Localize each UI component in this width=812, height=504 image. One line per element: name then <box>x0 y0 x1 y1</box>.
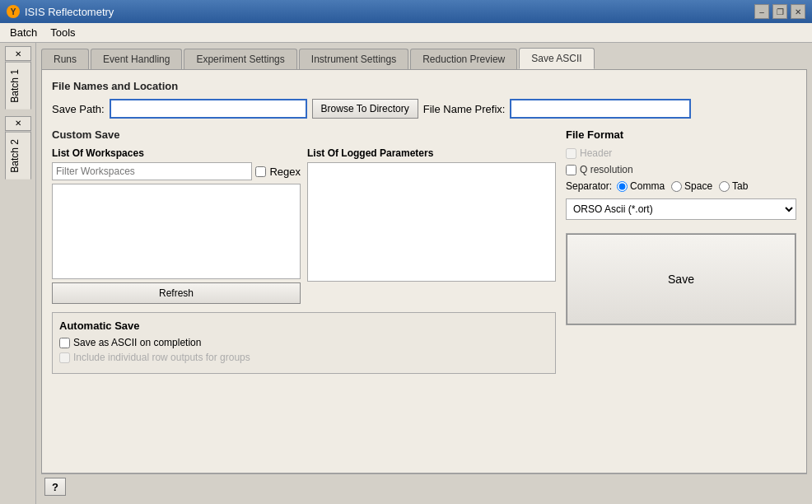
radio-space-label: Space <box>684 180 712 192</box>
save-as-ascii-label[interactable]: Save as ASCII on completion <box>59 337 548 348</box>
file-format-section: File Format Header Q resolution Separato… <box>566 128 796 374</box>
browse-directory-button[interactable]: Browse To Directory <box>312 99 418 119</box>
restore-button[interactable]: ❐ <box>772 4 787 19</box>
batch2-tab[interactable]: Batch 2 <box>5 132 31 180</box>
bottom-bar: ? <box>41 474 807 499</box>
radio-tab-input[interactable] <box>719 181 730 192</box>
radio-space[interactable]: Space <box>671 180 712 192</box>
refresh-button[interactable]: Refresh <box>52 282 301 304</box>
header-label: Header <box>580 147 612 159</box>
menu-tools[interactable]: Tools <box>44 25 82 40</box>
separator-label: Separator: <box>566 180 612 192</box>
header-checkbox <box>566 148 576 159</box>
menu-batch[interactable]: Batch <box>3 25 44 40</box>
app-icon: Y <box>7 5 20 18</box>
window-controls: – ❐ ✕ <box>754 4 805 19</box>
q-resolution-option: Q resolution <box>566 164 796 175</box>
save-as-ascii-text: Save as ASCII on completion <box>73 337 201 348</box>
save-path-label: Save Path: <box>52 103 105 115</box>
save-path-input[interactable] <box>110 99 307 119</box>
main-layout: ✕ Batch 1 ✕ Batch 2 Runs Event Handling … <box>0 43 812 504</box>
save-button[interactable]: Save <box>567 234 796 324</box>
close-button[interactable]: ✕ <box>791 4 805 19</box>
file-format-title: File Format <box>566 128 796 141</box>
separator-row: Separator: Comma Space <box>566 180 796 192</box>
tab-instrument-settings[interactable]: Instrument Settings <box>299 49 408 69</box>
custom-save-section: Custom Save List Of Workspaces Regex Ref <box>52 128 556 374</box>
tab-bar: Runs Event Handling Experiment Settings … <box>41 48 807 69</box>
include-individual-checkbox[interactable] <box>59 352 70 363</box>
tab-runs[interactable]: Runs <box>41 49 89 69</box>
file-names-row: Save Path: Browse To Directory File Name… <box>52 99 796 119</box>
file-prefix-label: File Name Prefix: <box>423 103 506 115</box>
filter-row: Regex <box>52 162 301 180</box>
filter-workspaces-input[interactable] <box>52 162 252 180</box>
tab-experiment-settings[interactable]: Experiment Settings <box>184 49 296 69</box>
params-col-title: List Of Logged Parameters <box>307 147 556 159</box>
automatic-save-section: Automatic Save Save as ASCII on completi… <box>52 312 556 374</box>
save-as-ascii-checkbox[interactable] <box>59 338 70 348</box>
content-area: Runs Event Handling Experiment Settings … <box>36 43 812 504</box>
file-names-section: File Names and Location Save Path: Brows… <box>52 80 796 119</box>
params-col: List Of Logged Parameters <box>307 147 556 304</box>
save-area: Save <box>566 233 796 325</box>
radio-space-input[interactable] <box>671 181 682 192</box>
format-select[interactable]: ORSO Ascii (*.ort) Custom Format (*.dat)… <box>566 198 796 220</box>
title-bar-left: Y ISIS Reflectometry <box>7 5 114 18</box>
workspaces-col-title: List Of Workspaces <box>52 147 301 159</box>
q-resolution-label: Q resolution <box>580 164 633 175</box>
batch1-tab[interactable]: Batch 1 <box>5 62 31 110</box>
main-panel: File Names and Location Save Path: Brows… <box>41 69 807 474</box>
tab-save-ascii[interactable]: Save ASCII <box>519 48 594 69</box>
batch-sidebar: ✕ Batch 1 ✕ Batch 2 <box>0 43 36 504</box>
include-individual-label: Include individual row outputs for group… <box>59 352 548 363</box>
custom-save-title: Custom Save <box>52 128 556 141</box>
workspaces-col: List Of Workspaces Regex Refresh <box>52 147 301 304</box>
q-resolution-checkbox[interactable] <box>566 165 576 175</box>
file-prefix-input[interactable] <box>510 99 691 119</box>
help-button[interactable]: ? <box>44 478 66 496</box>
radio-tab[interactable]: Tab <box>719 180 748 192</box>
regex-label: Regex <box>269 166 301 178</box>
batch2-close-button[interactable]: ✕ <box>5 116 31 131</box>
file-names-title: File Names and Location <box>52 80 796 92</box>
automatic-save-title: Automatic Save <box>59 320 548 332</box>
separator-radio-group: Comma Space Tab <box>617 180 748 192</box>
regex-checkbox[interactable] <box>255 166 266 177</box>
logged-params-list[interactable] <box>307 162 556 282</box>
header-option: Header <box>566 147 796 159</box>
tab-event-handling[interactable]: Event Handling <box>91 49 182 69</box>
menu-bar: Batch Tools <box>0 23 812 43</box>
workspaces-list[interactable] <box>52 184 301 279</box>
tab-reduction-preview[interactable]: Reduction Preview <box>410 49 517 69</box>
title-bar: Y ISIS Reflectometry – ❐ ✕ <box>0 0 812 23</box>
radio-comma[interactable]: Comma <box>617 180 665 192</box>
radio-comma-label: Comma <box>630 180 665 192</box>
batch1-close-button[interactable]: ✕ <box>5 46 31 61</box>
window-title: ISIS Reflectometry <box>25 6 114 18</box>
workspaces-params: List Of Workspaces Regex Refresh List <box>52 147 556 304</box>
minimize-button[interactable]: – <box>754 4 769 19</box>
radio-tab-label: Tab <box>732 180 748 192</box>
radio-comma-input[interactable] <box>617 181 628 192</box>
two-col-layout: Custom Save List Of Workspaces Regex Ref <box>52 128 796 374</box>
include-individual-text: Include individual row outputs for group… <box>73 352 250 363</box>
